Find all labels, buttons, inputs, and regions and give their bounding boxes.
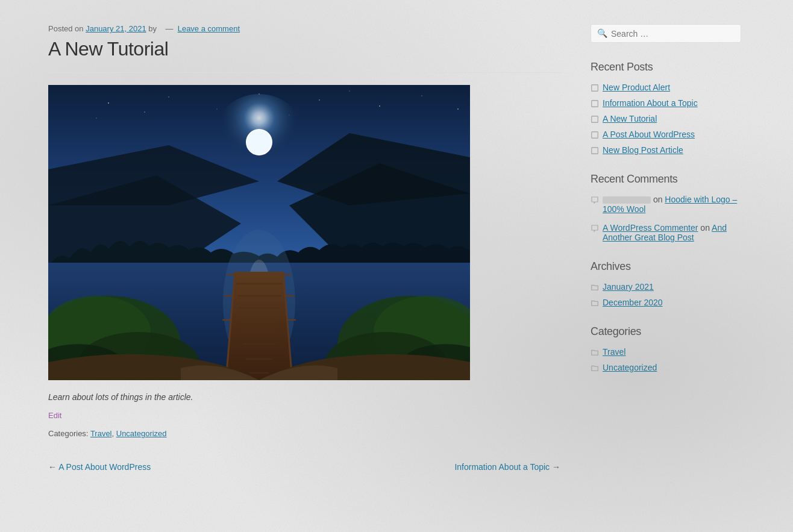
svg-point-6 — [421, 95, 422, 96]
post-title: A New Tutorial — [48, 38, 560, 60]
search-icon: 🔍 — [597, 28, 607, 39]
post-navigation: A Post About WordPress Information About… — [48, 456, 560, 472]
list-item: December 2020 — [591, 298, 741, 307]
categories-label: Categories: — [48, 429, 88, 438]
svg-point-9 — [144, 111, 145, 113]
list-item: A Post About WordPress — [591, 130, 741, 139]
search-input[interactable] — [611, 29, 735, 39]
search-box[interactable]: 🔍 — [591, 24, 741, 43]
commenter-link-2[interactable]: A WordPress Commenter — [603, 223, 698, 233]
by-label: by — [148, 24, 157, 33]
post-content: Learn about lots of things in the articl… — [48, 392, 560, 402]
recent-post-link-5[interactable]: New Blog Post Article — [603, 145, 683, 155]
svg-point-8 — [96, 117, 96, 118]
list-item: Travel — [591, 347, 741, 357]
posted-on-label: Posted on — [48, 24, 84, 33]
post-date-link[interactable]: January 21, 2021 — [86, 24, 146, 33]
comment-icon-1 — [591, 196, 599, 204]
archives-list: January 2021 December 2020 — [591, 282, 741, 307]
comment-item-2: A WordPress Commenter on And Another Gre… — [591, 223, 741, 242]
list-item: Information About a Topic — [591, 98, 741, 108]
svg-point-1 — [108, 102, 109, 104]
recent-posts-section: Recent Posts New Product Alert Informati… — [591, 61, 741, 155]
comment-text-1: on Hoodie with Logo – 100% Wool — [603, 195, 741, 214]
post-separator — [48, 72, 560, 73]
categories-heading: Categories — [591, 325, 741, 338]
category-link-2[interactable]: Uncategorized — [603, 363, 657, 372]
svg-point-5 — [379, 105, 380, 107]
comment-icon-2 — [591, 224, 599, 233]
list-item: New Product Alert — [591, 83, 741, 92]
list-item: New Blog Post Article — [591, 145, 741, 155]
post-meta: Posted on January 21, 2021 by — Leave a … — [48, 24, 560, 33]
commenter-placeholder — [603, 196, 651, 204]
main-content: Posted on January 21, 2021 by — Leave a … — [0, 12, 578, 484]
recent-comments-section: Recent Comments on Hoodie with Logo – 10… — [591, 173, 741, 242]
svg-point-10 — [349, 90, 349, 91]
next-post-link[interactable]: Information About a Topic — [454, 462, 550, 472]
category-uncategorized-link[interactable]: Uncategorized — [116, 429, 167, 438]
list-item: A New Tutorial — [591, 114, 741, 124]
svg-point-4 — [319, 99, 320, 101]
svg-point-11 — [216, 108, 217, 109]
edit-link[interactable]: Edit — [48, 411, 560, 420]
comment-text-2: A WordPress Commenter on And Another Gre… — [603, 223, 741, 242]
archives-section: Archives January 2021 December 2020 — [591, 260, 741, 307]
comment-item-1: on Hoodie with Logo – 100% Wool — [591, 195, 741, 214]
archive-link-2[interactable]: December 2020 — [603, 298, 663, 307]
nav-next: Information About a Topic — [454, 462, 560, 472]
featured-image — [48, 85, 470, 380]
post-categories: Categories: Travel, Uncategorized — [48, 429, 560, 438]
recent-post-link-3[interactable]: A New Tutorial — [603, 114, 657, 124]
recent-post-link-4[interactable]: A Post About WordPress — [603, 130, 695, 139]
svg-point-15 — [247, 130, 271, 154]
svg-point-2 — [168, 96, 169, 98]
list-item: Uncategorized — [591, 363, 741, 372]
recent-post-link-1[interactable]: New Product Alert — [603, 83, 670, 92]
nav-prev: A Post About WordPress — [48, 462, 151, 472]
recent-posts-list: New Product Alert Information About a To… — [591, 83, 741, 155]
svg-marker-25 — [226, 272, 292, 380]
category-travel-link[interactable]: Travel — [90, 429, 112, 438]
category-link-1[interactable]: Travel — [603, 347, 625, 357]
prev-post-link[interactable]: A Post About WordPress — [58, 462, 151, 472]
recent-posts-heading: Recent Posts — [591, 61, 741, 74]
categories-list: Travel Uncategorized — [591, 347, 741, 372]
leave-comment-link[interactable]: Leave a comment — [178, 24, 240, 33]
archives-heading: Archives — [591, 260, 741, 273]
svg-point-7 — [457, 108, 459, 110]
comment-on-2: on — [700, 223, 712, 233]
categories-section: Categories Travel Uncategorized — [591, 325, 741, 372]
recent-comments-heading: Recent Comments — [591, 173, 741, 186]
recent-post-link-2[interactable]: Information About a Topic — [603, 98, 698, 108]
sidebar: 🔍 Recent Posts New Product Alert Informa… — [578, 12, 759, 484]
comment-on-1: on — [653, 195, 665, 204]
archive-link-1[interactable]: January 2021 — [603, 282, 654, 292]
list-item: January 2021 — [591, 282, 741, 292]
